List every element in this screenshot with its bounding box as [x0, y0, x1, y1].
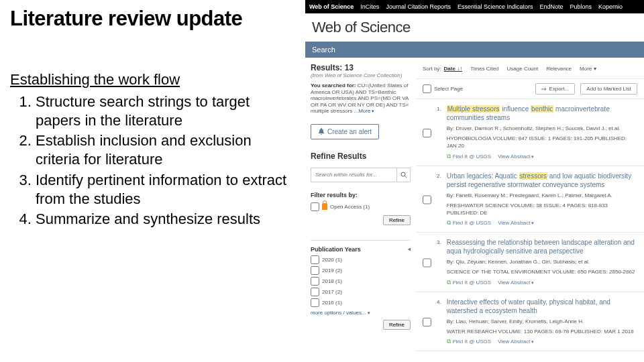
view-abstract-link[interactable]: View Abstract: [498, 220, 534, 226]
year-2017-checkbox[interactable]: [311, 288, 319, 296]
filter-by-header: Filter results by:: [311, 192, 411, 198]
year-2018-checkbox[interactable]: [311, 277, 319, 286]
result-source: SCIENCE OF THE TOTAL ENVIRONMENT Volume:…: [447, 268, 637, 276]
find-it-usgs-link[interactable]: Find It @ USGS: [447, 338, 491, 345]
search-tab[interactable]: Search: [305, 42, 644, 58]
year-2019-checkbox[interactable]: [311, 266, 319, 275]
result-authors: By: Fanelli, Rosemary M.; Prestegaard, K…: [447, 192, 637, 199]
result-row: 2. Urban legacies: Aquatic stressors and…: [416, 166, 644, 233]
year-2016-checkbox[interactable]: [311, 298, 319, 307]
result-title-link[interactable]: Multiple stressors influence benthic mac…: [447, 105, 637, 122]
result-checkbox[interactable]: [423, 299, 431, 345]
result-row: 1. Multiple stressors influence benthic …: [416, 99, 644, 166]
nav-jcr[interactable]: Journal Citation Reports: [386, 3, 451, 10]
refine-button-1[interactable]: Refine: [383, 215, 411, 225]
find-it-usgs-link[interactable]: Find It @ USGS: [447, 279, 491, 286]
result-row: 4. Interactive effects of water quality,…: [416, 292, 644, 351]
result-checkbox[interactable]: [423, 173, 431, 227]
export-icon: [541, 86, 547, 92]
sort-times-cited[interactable]: Times Cited: [470, 66, 498, 72]
results-count: Results: 13: [311, 63, 411, 72]
result-title-link[interactable]: Urban legacies: Aquatic stressors and lo…: [447, 172, 637, 189]
result-number: 4.: [437, 299, 441, 345]
nav-wos[interactable]: Web of Science: [309, 3, 354, 10]
result-checkbox[interactable]: [423, 239, 431, 286]
view-abstract-link[interactable]: View Abstract: [498, 154, 534, 160]
view-abstract-link[interactable]: View Abstract: [498, 280, 534, 286]
nav-incites[interactable]: InCites: [360, 3, 379, 10]
sort-relevance[interactable]: Relevance: [546, 66, 572, 72]
open-access-checkbox[interactable]: [311, 202, 319, 211]
search-icon[interactable]: [396, 168, 410, 182]
open-access-label: Open Access (1): [330, 204, 370, 210]
more-years-link[interactable]: more options / values...: [311, 310, 411, 316]
sort-date[interactable]: Date ↓↑: [444, 66, 463, 72]
year-2020-checkbox[interactable]: [311, 255, 319, 264]
result-title-link[interactable]: Reassessing the relationship between lan…: [447, 238, 637, 255]
select-page-label: Select Page: [434, 86, 463, 92]
slide-subtitle: Establishing the work flow: [10, 71, 299, 88]
result-authors: By: Qiu, Zeyuan; Kennen, Jonathan G.; Gi…: [447, 258, 637, 265]
result-authors: By: Drover, Damion R.; Schoenholtz, Step…: [447, 125, 637, 132]
sort-usage-count[interactable]: Usage Count: [507, 66, 539, 72]
result-row: 3. Reassessing the relationship between …: [416, 233, 644, 292]
query-more-link[interactable]: ...More: [354, 108, 374, 114]
result-source: FRESHWATER SCIENCE Volume: 38 Issue: 4 P…: [447, 202, 637, 217]
workflow-steps: Structure search strings to target paper…: [10, 93, 299, 229]
step-2: Establish inclusion and exclusion criter…: [36, 131, 299, 169]
result-title-link[interactable]: Interactive effects of water quality, ph…: [447, 298, 637, 315]
nav-esi[interactable]: Essential Science Indicators: [458, 3, 533, 10]
find-it-usgs-link[interactable]: Find It @ USGS: [447, 153, 491, 160]
results-collection: (from Web of Science Core Collection): [311, 72, 411, 78]
web-of-science-app: Web of Science InCites Journal Citation …: [305, 0, 644, 362]
wos-logo: Web of Science: [312, 19, 637, 36]
bell-icon: [318, 128, 325, 135]
sort-more[interactable]: More ▾: [580, 66, 596, 72]
publication-years-header[interactable]: Publication Years: [311, 240, 411, 253]
svg-point-0: [401, 172, 405, 176]
result-authors: By: Liao, Hehuan; Sarver, Emily; Krometi…: [447, 318, 637, 325]
select-page-checkbox[interactable]: [423, 84, 431, 93]
search-within-results[interactable]: [311, 168, 411, 182]
slide-title: Literature review update: [10, 7, 299, 31]
result-number: 1.: [437, 106, 441, 160]
result-number: 2.: [437, 173, 441, 227]
results-action-bar: Select Page Export... Add to Marked List: [416, 79, 644, 99]
refine-results-header: Refine Results: [311, 152, 411, 161]
result-source: HYDROBIOLOGIA Volume: 847 Issue: 1 Pages…: [447, 135, 637, 149]
refine-button-2[interactable]: Refine: [383, 320, 411, 330]
nav-publons[interactable]: Publons: [570, 3, 592, 10]
product-nav: Web of Science InCites Journal Citation …: [305, 0, 644, 13]
sort-label: Sort by:: [423, 66, 441, 72]
step-3: Identify pertinent information to extrac…: [36, 171, 299, 208]
search-query: You searched for: CU=(United States of A…: [311, 82, 411, 115]
search-within-input[interactable]: [311, 172, 396, 178]
svg-line-1: [405, 176, 407, 178]
nav-endnote[interactable]: EndNote: [540, 3, 564, 10]
create-alert-button[interactable]: Create an alert: [311, 124, 379, 139]
find-it-usgs-link[interactable]: Find It @ USGS: [447, 219, 491, 227]
open-access-icon: [322, 203, 327, 210]
export-button[interactable]: Export...: [535, 83, 576, 95]
publication-years-list: 2020 (1) 2019 (2) 2018 (1) 2017 (2) 2016…: [311, 255, 411, 307]
nav-kopernio[interactable]: Kopernio: [598, 3, 623, 10]
result-source: WATER RESEARCH Volume: 130 Pages: 69-78 …: [447, 328, 637, 335]
step-1: Structure search strings to target paper…: [36, 93, 299, 130]
add-to-marked-list-button[interactable]: Add to Marked List: [580, 83, 637, 95]
result-number: 3.: [437, 239, 441, 286]
step-4: Summarize and synthesize results: [36, 210, 299, 229]
view-abstract-link[interactable]: View Abstract: [498, 339, 534, 345]
result-checkbox[interactable]: [423, 106, 431, 160]
sort-bar: Sort by: Date ↓↑ Times Cited Usage Count…: [416, 63, 644, 79]
